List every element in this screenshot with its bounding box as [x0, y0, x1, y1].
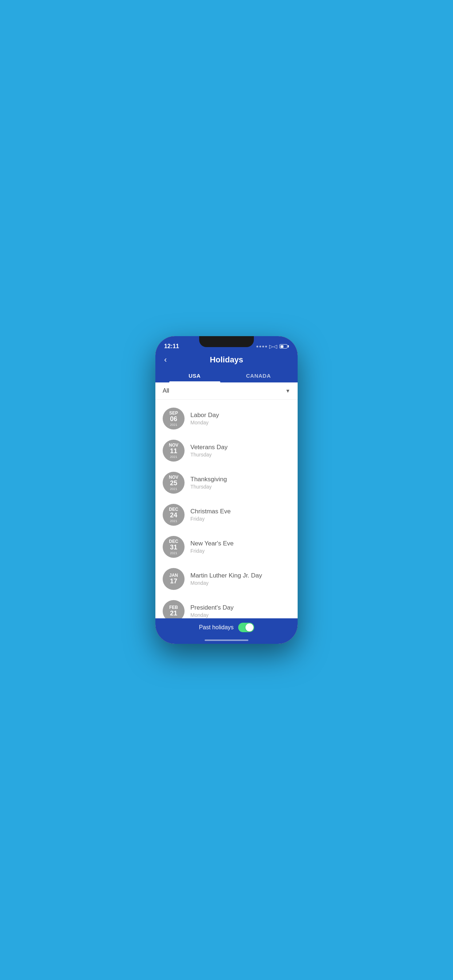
holiday-day: Friday: [190, 516, 290, 522]
holiday-day: Thursday: [190, 484, 290, 490]
signal-icon: [257, 345, 267, 347]
back-button[interactable]: ‹: [163, 354, 168, 366]
holiday-name: Martin Luther King Jr. Day: [190, 572, 290, 579]
wifi-icon: ▷◁: [269, 344, 277, 349]
date-badge: Dec 24 2021: [163, 504, 185, 526]
notch: [199, 336, 254, 347]
date-badge: Dec 31 2021: [163, 536, 185, 558]
filter-label: All: [163, 388, 169, 394]
home-indicator: [155, 640, 298, 644]
status-icons: ▷◁: [257, 344, 289, 349]
phone-frame: 12:11 ▷◁: [155, 336, 298, 644]
content-area: All ▼ Sep 06 2021 Labor Day Monday: [155, 382, 298, 618]
home-bar: [205, 640, 248, 641]
holiday-name: Labor Day: [190, 412, 290, 419]
past-holidays-label: Past holidays: [199, 624, 233, 631]
status-time: 12:11: [164, 343, 179, 350]
date-badge: Nov 11 2021: [163, 440, 185, 461]
filter-row[interactable]: All ▼: [155, 382, 298, 399]
list-item: Nov 11 2021 Veterans Day Thursday: [155, 434, 298, 467]
toggle-knob: [246, 624, 254, 632]
tab-canada[interactable]: CANADA: [226, 369, 290, 382]
holiday-day: Monday: [190, 612, 290, 618]
battery-icon: [279, 344, 289, 348]
page-title: Holidays: [210, 355, 243, 364]
holiday-day: Monday: [190, 580, 290, 586]
header: ‹ Holidays USA CANADA: [155, 352, 298, 382]
holiday-name: President's Day: [190, 604, 290, 611]
holiday-name: New Year's Eve: [190, 540, 290, 547]
phone-screen: 12:11 ▷◁: [155, 336, 298, 644]
list-item: Dec 31 2021 New Year's Eve Friday: [155, 531, 298, 563]
list-item: Jan 17 Martin Luther King Jr. Day Monday: [155, 563, 298, 595]
tabs-container: USA CANADA: [163, 369, 290, 382]
chevron-down-icon: ▼: [285, 388, 290, 394]
holiday-name: Veterans Day: [190, 444, 290, 451]
date-badge: Jan 17: [163, 568, 185, 590]
list-item: Feb 21 President's Day Monday: [155, 595, 298, 618]
holiday-day: Friday: [190, 548, 290, 554]
holiday-day: Monday: [190, 420, 290, 425]
holiday-name: Thanksgiving: [190, 476, 290, 483]
past-holidays-toggle[interactable]: [238, 623, 254, 632]
holiday-day: Thursday: [190, 452, 290, 458]
list-item: Sep 06 2021 Labor Day Monday: [155, 402, 298, 434]
list-item: Dec 24 2021 Christmas Eve Friday: [155, 499, 298, 531]
holiday-list: Sep 06 2021 Labor Day Monday Nov 11: [155, 399, 298, 618]
list-item: Nov 25 2021 Thanksgiving Thursday: [155, 467, 298, 499]
date-badge: Nov 25 2021: [163, 472, 185, 494]
holiday-name: Christmas Eve: [190, 508, 290, 515]
footer: Past holidays: [155, 618, 298, 640]
date-badge: Sep 06 2021: [163, 407, 185, 430]
tab-usa[interactable]: USA: [163, 369, 226, 382]
date-badge: Feb 21: [163, 600, 185, 618]
